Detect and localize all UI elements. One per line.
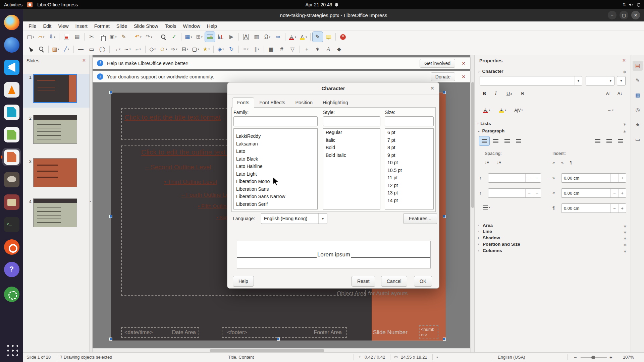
style-regular[interactable]: Regular [323,129,380,136]
size-8-pt[interactable]: 8 pt [385,144,433,152]
dock-firefox[interactable] [2,13,21,32]
zoom-slider[interactable] [581,357,607,358]
size-6-pt[interactable]: 6 pt [385,129,433,136]
section-area[interactable]: ›Area∗ [475,223,631,229]
indent-after-field[interactable]: 0.00 cm−+ [561,188,626,198]
slide-thumbnail-3[interactable]: 3 [23,158,90,192]
zoom-slider-handle[interactable] [591,356,595,359]
spacing-below-icon[interactable]: ↕▾ [497,160,501,165]
block-arrows-button[interactable]: ⇨▾ [169,44,179,54]
dropdown-caret-icon[interactable]: ▾ [295,36,296,39]
maximize-button[interactable]: ▢ [620,11,628,19]
menu-slide[interactable]: Slide [113,21,130,31]
section-line[interactable]: ›Line∗ [475,229,631,235]
bold-button[interactable]: B [479,89,489,98]
horizontal-scrollbar[interactable] [93,348,470,352]
slide-thumbnail-1[interactable]: 1 [23,74,90,108]
decrease-indent-icon[interactable]: « [561,160,564,165]
font-liberation-sans[interactable]: Liberation Sans [234,185,317,193]
highlighting-color-button[interactable]: ▾ [495,106,509,115]
dock-libreoffice-impress[interactable] [2,148,21,166]
callout-shapes-button[interactable]: ▢▾ [191,44,201,54]
increment-icon[interactable]: + [618,204,626,213]
insert-chart-button[interactable] [216,32,226,42]
fontwork-button[interactable]: A [323,44,333,54]
dock-backups[interactable] [2,285,21,303]
dock-vscode[interactable] [2,58,21,76]
align-objects-button[interactable]: ≡▾ [241,44,251,54]
insert-special-character-button[interactable]: Ω▾ [262,32,272,42]
glue-points-button[interactable]: ∗ [313,44,323,54]
menu-help[interactable]: Help [204,21,220,31]
menu-edit[interactable]: Edit [40,21,55,31]
increment-icon[interactable]: + [533,174,541,182]
slide-indicator[interactable]: Slide 1 of 28 [26,355,51,360]
font-more-button[interactable]: ▼ [617,76,626,85]
size-7-pt[interactable]: 7 pt [385,136,433,144]
dropdown-caret-icon[interactable]: ▾ [43,36,44,39]
spacing-above-field[interactable]: −+ [488,173,541,183]
section-shadow[interactable]: ›Shadow∗ [475,235,631,241]
document-modified-icon[interactable]: ▪ [436,355,438,359]
section-settings-icon[interactable]: ∗ [623,242,627,247]
selection-handle[interactable] [277,338,280,341]
dropdown-caret-icon[interactable]: ▾ [191,36,192,39]
clock-menu[interactable]: Apr 21 20:49 [305,2,338,7]
dropdown-caret-icon[interactable]: ▾ [166,48,167,51]
size-12-pt[interactable]: 12 pt [385,182,433,189]
selection-handle[interactable] [443,215,446,218]
insert-media-button[interactable]: ▶ [226,32,236,42]
print-button[interactable]: ▤ [72,32,82,42]
image-filter-button[interactable]: ▽ [287,44,298,54]
ok-button[interactable]: OK [414,276,432,287]
redo-button[interactable]: ↷▾ [144,32,154,42]
section-position-and-size[interactable]: ›Position and Size∗ [475,242,631,248]
zoom-button[interactable] [36,44,46,54]
size-13-pt[interactable]: 13 pt [385,189,433,197]
ellipse-button[interactable]: ◯ [97,44,107,54]
3d-objects-button[interactable]: ◈▾ [216,44,226,54]
tab-position[interactable]: Position [290,97,318,108]
section-columns[interactable]: ›Columns∗ [475,248,631,254]
export-pdf-button[interactable] [61,32,71,42]
dropdown-caret-icon[interactable]: ▾ [247,48,249,51]
character-section-header[interactable]: ⌄ Character [477,69,503,74]
stars-banners-button[interactable]: ★▾ [201,44,211,54]
horizontal-scrollbar-thumb[interactable] [210,349,324,352]
system-status-menu[interactable]: ⇅ [623,2,641,7]
chevron-down-icon[interactable]: ▼ [607,76,614,85]
line-color-button[interactable]: ╱▾ [61,44,71,54]
paragraph-section-header[interactable]: ⌄ Paragraph [477,128,504,133]
dropdown-caret-icon[interactable]: ▾ [198,48,199,51]
style-input[interactable] [323,116,380,126]
size-11-pt[interactable]: 11 pt [385,174,433,182]
dock-ubuntu-software[interactable] [2,238,21,256]
align-vcenter-button[interactable] [604,136,614,145]
slides-panel-close-icon[interactable]: ✕ [82,58,86,63]
activities-button[interactable]: Activities [4,2,22,7]
paragraph-section-settings-icon[interactable]: ∗ [623,129,627,134]
dock-terminal[interactable] [2,215,21,234]
deck-tab-master-slides[interactable]: ▭ [633,134,643,144]
insert-hyperlink-button[interactable]: ∞ [273,32,283,42]
dropdown-caret-icon[interactable]: ▾ [208,48,210,51]
deck-tab-gallery[interactable]: ▦ [633,90,643,100]
deck-tab-styles[interactable]: ✎ [633,75,643,85]
dock-libreoffice-calc[interactable] [2,125,21,144]
section-settings-icon[interactable]: ∗ [623,230,627,235]
show-applications-button[interactable] [4,342,19,357]
highlight-color-button[interactable]: ▾ [298,32,308,42]
section-settings-icon[interactable]: ∗ [623,224,627,229]
dropdown-caret-icon[interactable]: ▾ [258,48,259,51]
date-placeholder[interactable]: <date/time> Date Area [121,327,199,338]
crop-button[interactable]: # [277,44,287,54]
slide-1-thumb[interactable] [33,74,77,103]
justify-button[interactable] [514,136,524,145]
hanging-indent-icon[interactable]: ¶ [570,160,572,165]
save-button[interactable]: ⇩▾ [47,32,57,42]
decrement-icon[interactable]: − [610,174,618,182]
font-color-button[interactable]: ▾ [479,106,493,115]
font-partial-item[interactable] [234,129,317,132]
minimize-button[interactable]: − [608,11,616,19]
new-document-button[interactable]: ▢▾ [25,32,36,42]
